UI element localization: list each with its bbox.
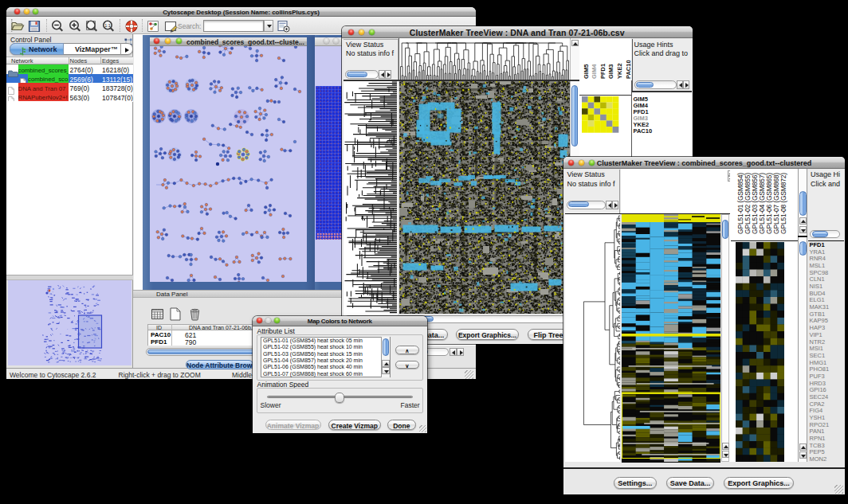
- svg-text:1:1: 1:1: [104, 23, 111, 28]
